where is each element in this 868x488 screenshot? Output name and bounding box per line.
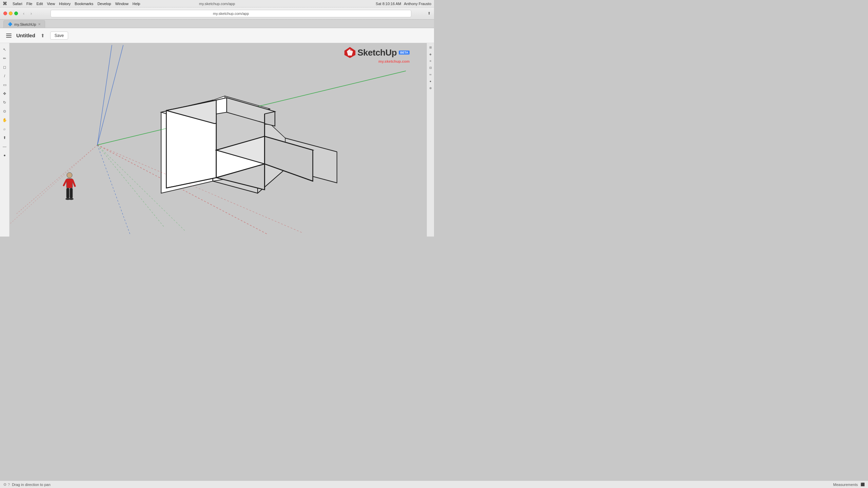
save-button[interactable]: Save	[50, 32, 68, 40]
svg-line-25	[97, 145, 185, 231]
svg-line-1	[97, 145, 130, 235]
logo-beta-badge: BETA	[399, 50, 410, 55]
svg-marker-7	[161, 100, 258, 126]
svg-marker-6	[161, 100, 213, 193]
pencil-tool-button[interactable]: ✏	[1, 55, 8, 62]
svg-line-39	[166, 178, 216, 188]
tape-tool-button[interactable]: —	[1, 143, 8, 150]
pan-tool-button[interactable]: ✋	[1, 116, 8, 124]
components-panel-button[interactable]: ∞	[428, 72, 434, 78]
menu-bar-time: Sat 8:10:16 AM	[376, 2, 401, 6]
svg-marker-31	[216, 136, 264, 178]
svg-line-27	[9, 145, 97, 224]
browser-chrome: ‹ › my.sketchup.com/app ⬆	[0, 7, 434, 20]
svg-marker-33	[264, 136, 313, 181]
entity-panel-button[interactable]: ⊕	[428, 85, 434, 91]
active-tab[interactable]: 🔷 my.SketchUp ✕	[3, 20, 45, 28]
tab-favicon: 🔷	[8, 22, 13, 26]
svg-marker-13	[213, 100, 258, 113]
svg-point-49	[65, 198, 70, 200]
svg-marker-32	[216, 136, 313, 164]
menu-view[interactable]: View	[47, 2, 55, 6]
svg-marker-36	[226, 98, 275, 126]
forward-button[interactable]: ›	[28, 11, 34, 17]
svg-line-24	[97, 145, 130, 235]
pushpull-tool-button[interactable]: ⬆	[1, 134, 8, 141]
svg-line-22	[97, 71, 406, 145]
menu-safari[interactable]: Safari	[13, 2, 22, 6]
logo-main: SketchUp BETA	[344, 46, 410, 59]
svg-marker-9	[213, 138, 285, 181]
svg-marker-34	[216, 136, 264, 178]
share-icon[interactable]: ⬆	[428, 11, 431, 16]
document-title: Untitled	[16, 33, 35, 38]
logo-url: my.sketchup.com	[378, 59, 410, 63]
move-tool-button[interactable]: ✥	[1, 90, 8, 97]
minimize-button[interactable]	[9, 12, 13, 15]
outliner-panel-button[interactable]: ⊟	[428, 65, 434, 71]
svg-rect-48	[70, 188, 73, 198]
menu-bookmarks[interactable]: Bookmarks	[75, 2, 93, 6]
svg-line-2	[97, 71, 406, 145]
svg-marker-28	[166, 100, 216, 188]
select-tool-button[interactable]: ↖	[1, 46, 8, 53]
tab-close-icon[interactable]: ✕	[38, 22, 41, 26]
menu-window[interactable]: Window	[115, 2, 129, 6]
right-panel: ⊞ ◈ ≡ ⊟ ∞ ● ⊕	[427, 43, 434, 237]
menu-help[interactable]: Help	[133, 2, 140, 6]
svg-marker-8	[213, 100, 258, 193]
address-bar[interactable]: my.sketchup.com/app	[51, 10, 411, 17]
svg-marker-15	[225, 96, 270, 124]
orbit-tool-button[interactable]: ⊙	[1, 107, 8, 115]
main-area: ↖ ✏ ◻ / ▭ ✥ ↻ ⊙ ✋ ⌕ ⬆ — ●	[0, 43, 434, 237]
menu-history[interactable]: History	[59, 2, 71, 6]
svg-line-4	[97, 145, 268, 235]
svg-rect-44	[66, 179, 73, 188]
close-button[interactable]	[3, 12, 7, 15]
paint-tool-button[interactable]: ●	[1, 151, 8, 159]
rotate-tool-button[interactable]: ↻	[1, 99, 8, 106]
svg-line-45	[64, 180, 66, 185]
apple-menu[interactable]: ⌘	[3, 1, 7, 6]
layers-panel-button[interactable]: ≡	[428, 58, 434, 64]
svg-marker-11	[285, 138, 337, 183]
maximize-button[interactable]	[14, 12, 18, 15]
human-figure	[62, 172, 77, 206]
svg-marker-12	[258, 112, 285, 193]
svg-line-3	[97, 145, 164, 228]
menu-bar-right: Sat 8:10:16 AM Anthony Frausto	[376, 2, 431, 6]
svg-line-46	[73, 180, 75, 186]
zoom-tool-button[interactable]: ⌕	[1, 125, 8, 133]
menu-edit[interactable]: Edit	[36, 2, 43, 6]
nav-buttons: ‹ ›	[21, 11, 34, 17]
svg-line-0	[97, 45, 123, 145]
menu-file[interactable]: File	[26, 2, 33, 6]
scene-panel-button[interactable]: ⊞	[428, 44, 434, 50]
browser-controls: ⬆	[428, 11, 431, 16]
left-toolbar: ↖ ✏ ◻ / ▭ ✥ ↻ ⊙ ✋ ⌕ ⬆ — ●	[0, 43, 9, 237]
app-toolbar: Untitled ⬆ Save	[0, 28, 434, 43]
menu-develop[interactable]: Develop	[97, 2, 111, 6]
logo-url-prefix: my.	[378, 59, 384, 63]
share-button[interactable]: ⬆	[38, 31, 47, 40]
eraser-tool-button[interactable]: ◻	[1, 63, 8, 71]
style-panel-button[interactable]: ◈	[428, 51, 434, 57]
svg-line-5	[16, 145, 97, 214]
svg-line-40	[216, 164, 264, 178]
svg-line-21	[258, 169, 285, 193]
back-button[interactable]: ‹	[21, 11, 27, 17]
viewport-svg	[9, 43, 427, 237]
logo-url-suffix: sketchup.com	[384, 59, 410, 63]
menu-hamburger-button[interactable]	[4, 31, 14, 40]
tabs-bar: 🔷 my.SketchUp ✕	[0, 20, 434, 28]
materials-panel-button[interactable]: ●	[428, 78, 434, 84]
svg-marker-17	[258, 109, 270, 124]
svg-line-26	[97, 145, 302, 233]
menu-bar-user: Anthony Frausto	[404, 2, 431, 6]
rectangle-tool-button[interactable]: ▭	[1, 81, 8, 88]
line-tool-button[interactable]: /	[1, 72, 8, 80]
svg-point-50	[69, 198, 74, 200]
canvas-area[interactable]: SketchUp BETA my.sketchup.com	[9, 43, 427, 237]
svg-marker-37	[216, 98, 226, 114]
sketchup-logo-icon	[344, 46, 356, 59]
